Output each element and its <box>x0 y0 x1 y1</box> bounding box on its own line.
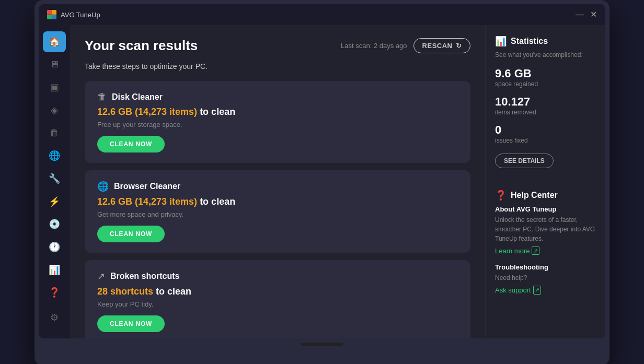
browser-cleaner-icon: 🌐 <box>97 181 109 192</box>
sidebar-item-history[interactable]: 🕐 <box>43 237 66 257</box>
statistics-title: Statistics <box>511 37 548 46</box>
broken-shortcuts-icon: ↗ <box>97 271 105 282</box>
help-trouble-title: Troubleshooting <box>495 263 596 271</box>
broken-shortcuts-button[interactable]: CLEAN NOW <box>97 315 165 332</box>
space-regained-label: space regained <box>495 80 596 88</box>
browser-cleaner-highlight: 12.6 GB (14,273 items) <box>97 196 197 207</box>
items-removed-label: items removed <box>495 109 596 116</box>
disk-cleaner-button[interactable]: CLEAN NOW <box>97 136 165 152</box>
laptop-notch <box>301 343 343 346</box>
sidebar-item-help[interactable]: ❓ <box>43 283 66 303</box>
sidebar-item-storage[interactable]: ▣ <box>43 77 66 98</box>
help-item-troubleshooting: Troubleshooting Need help? Ask support ↗ <box>495 263 596 294</box>
page-header: Your scan results Last scan: 2 days ago … <box>85 38 470 54</box>
tools-icon: 🔧 <box>49 173 60 184</box>
help-item-about: About AVG Tuneup Unlock the secrets of a… <box>495 205 596 255</box>
rescan-icon: ↻ <box>456 42 462 50</box>
items-removed-stat: 10.127 items removed <box>495 95 596 116</box>
sidebar-item-stats[interactable]: 📊 <box>43 260 66 280</box>
disk-cleaner-header: 🗑 Disk Cleaner <box>97 91 458 102</box>
issues-fixed-label: issues fixed <box>495 137 596 144</box>
laptop-wrapper: AVG TuneUp — ✕ 🏠 🖥 ▣ ◈ <box>34 0 610 364</box>
browser-cleaner-card: 🌐 Browser Cleaner 12.6 GB (14,273 items)… <box>85 170 470 253</box>
cleaner-icon: ⚡ <box>49 196 60 207</box>
broken-shortcuts-desc: Keep your PC tidy. <box>97 300 458 308</box>
issues-fixed-stat: 0 issues fixed <box>495 123 596 144</box>
hardware-icon: ◈ <box>51 104 58 116</box>
help-about-desc: Unlock the secrets of a faster, smoother… <box>495 215 596 243</box>
title-bar: AVG TuneUp — ✕ <box>39 4 605 25</box>
minimize-button[interactable]: — <box>576 10 584 19</box>
app-title: AVG TuneUp <box>61 11 100 19</box>
browser-cleaner-title: Browser Cleaner <box>114 182 180 191</box>
help-about-title: About AVG Tuneup <box>495 205 596 213</box>
statistics-section: 📊 Statistics See what you've accomplishe… <box>495 36 596 168</box>
sidebar-item-browser[interactable]: 🌐 <box>43 145 66 166</box>
learn-more-label: Learn more <box>495 247 530 255</box>
browser-cleaner-normal: to clean <box>200 196 235 207</box>
disk-cleaner-icon: 🗑 <box>97 91 107 102</box>
rescan-button[interactable]: RESCAN ↻ <box>413 38 470 53</box>
help-center-icon: ❓ <box>495 190 507 201</box>
app-body: 🏠 🖥 ▣ ◈ 🗑 🌐 🔧 <box>39 25 605 338</box>
broken-shortcuts-highlight: 28 shortcuts <box>97 286 153 297</box>
ask-support-link[interactable]: Ask support ↗ <box>495 286 596 294</box>
statistics-subtitle: See what you've accomplished: <box>495 51 596 58</box>
trash-icon: 🗑 <box>50 127 59 138</box>
laptop-bottom <box>39 338 605 350</box>
ask-support-external-icon: ↗ <box>533 286 541 294</box>
page-subtitle: Take these steps to optimize your PC. <box>85 62 470 71</box>
help-trouble-desc: Need help? <box>495 273 596 283</box>
disk-cleaner-normal: to clean <box>200 107 235 117</box>
home-icon: 🏠 <box>49 36 60 48</box>
sidebar-item-cleaner[interactable]: ⚡ <box>43 191 66 212</box>
settings-icon: ⚙ <box>50 312 59 323</box>
app-logo <box>47 10 56 19</box>
driver-icon: 💿 <box>49 218 60 230</box>
learn-more-link[interactable]: Learn more ↗ <box>495 246 596 255</box>
broken-shortcuts-title: Broken shortcuts <box>110 272 179 281</box>
sidebar-item-driver[interactable]: 💿 <box>43 214 66 235</box>
last-scan-label: Last scan: 2 days ago <box>341 42 407 50</box>
statistics-header: 📊 Statistics <box>495 36 596 47</box>
items-removed-value: 10.127 <box>495 95 596 109</box>
disk-cleaner-card: 🗑 Disk Cleaner 12.6 GB (14,273 items) to… <box>85 81 470 163</box>
header-right: Last scan: 2 days ago RESCAN ↻ <box>341 38 470 53</box>
disk-cleaner-amount: 12.6 GB (14,273 items) to clean <box>97 107 458 118</box>
storage-icon: ▣ <box>50 81 59 93</box>
disk-cleaner-desc: Free up your storage space. <box>97 121 458 128</box>
browser-cleaner-desc: Get more space and privacy. <box>97 210 458 218</box>
sidebar-item-monitor[interactable]: 🖥 <box>43 54 66 75</box>
rescan-label: RESCAN <box>422 42 453 50</box>
see-details-button[interactable]: SEE DETAILS <box>495 154 554 168</box>
monitor-icon: 🖥 <box>50 59 59 70</box>
browser-icon: 🌐 <box>49 150 60 161</box>
issues-fixed-value: 0 <box>495 123 596 137</box>
close-button[interactable]: ✕ <box>590 10 597 19</box>
space-regained-value: 9.6 GB <box>495 67 596 80</box>
disk-cleaner-title: Disk Cleaner <box>112 92 163 102</box>
help-center-header: ❓ Help Center <box>495 190 596 201</box>
sidebar-item-trash[interactable]: 🗑 <box>43 123 66 144</box>
main-content: Your scan results Last scan: 2 days ago … <box>70 25 485 338</box>
disk-cleaner-highlight: 12.6 GB (14,273 items) <box>97 107 197 117</box>
help-center-section: ❓ Help Center About AVG Tuneup Unlock th… <box>495 190 596 295</box>
ask-support-label: Ask support <box>495 286 531 294</box>
help-center-title: Help Center <box>511 191 558 200</box>
external-link-icon: ↗ <box>532 246 539 255</box>
broken-shortcuts-normal: to clean <box>156 286 191 297</box>
space-regained-stat: 9.6 GB space regained <box>495 67 596 88</box>
sidebar-item-home[interactable]: 🏠 <box>43 31 66 52</box>
broken-shortcuts-amount: 28 shortcuts to clean <box>97 286 458 297</box>
browser-cleaner-header: 🌐 Browser Cleaner <box>97 181 458 192</box>
sidebar-item-hardware[interactable]: ◈ <box>43 100 66 121</box>
sidebar-item-settings[interactable]: ⚙ <box>43 307 66 328</box>
statistics-icon: 📊 <box>495 36 507 47</box>
history-icon: 🕐 <box>49 241 60 253</box>
broken-shortcuts-card: ↗ Broken shortcuts 28 shortcuts to clean… <box>85 260 470 338</box>
right-panel: 📊 Statistics See what you've accomplishe… <box>485 25 605 338</box>
panel-divider <box>495 181 596 181</box>
window-controls: — ✕ <box>576 10 597 19</box>
browser-cleaner-button[interactable]: CLEAN NOW <box>97 226 165 242</box>
sidebar-item-tools[interactable]: 🔧 <box>43 168 66 189</box>
